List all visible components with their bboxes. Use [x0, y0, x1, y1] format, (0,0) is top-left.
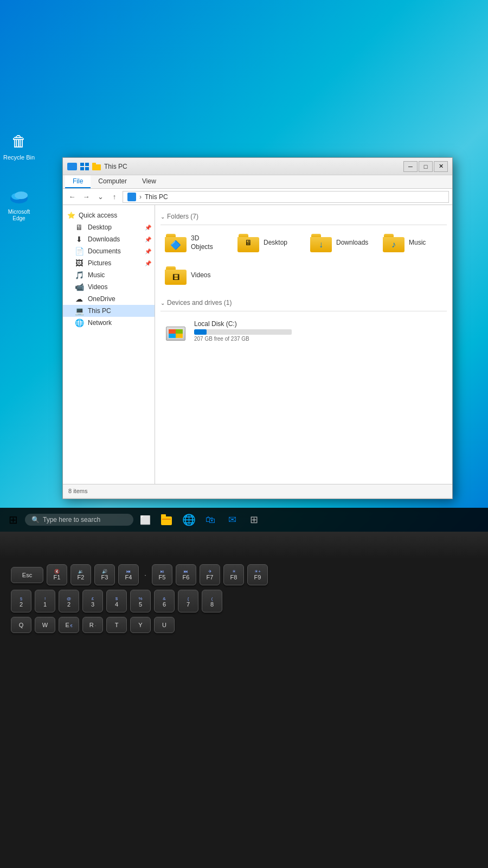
nav-pane: ⭐ Quick access 🖥 Desktop 📌 ⬇ Downloads 📌…	[63, 205, 155, 484]
main-content: ⌄ Folders (7) 🔷 3D Objects	[155, 205, 452, 484]
key-5[interactable]: %5	[130, 590, 151, 612]
svg-rect-5	[80, 167, 84, 170]
network-nav-icon: 🌐	[75, 318, 84, 327]
recycle-bin-icon[interactable]: 🗑 Recycle Bin	[0, 130, 38, 161]
ribbon: File Computer View	[63, 175, 452, 189]
nav-item-documents[interactable]: 📄 Documents 📌	[63, 245, 155, 257]
folder-icon-videos: 🎞	[165, 266, 187, 285]
music-nav-icon: 🎵	[75, 271, 84, 279]
nav-item-network[interactable]: 🌐 Network	[63, 317, 155, 329]
taskbar: ⊞ 🔍 Type here to search ⬜ 🌐 🛍 ✉ ⊞	[0, 508, 488, 532]
folder-videos[interactable]: 🎞 Videos	[160, 263, 226, 288]
key-4[interactable]: $4	[106, 590, 127, 612]
nav-item-this-pc[interactable]: 💻 This PC	[63, 305, 155, 317]
window-icon	[67, 163, 77, 170]
key-f3[interactable]: 🔊F3	[94, 564, 115, 585]
apps-taskbar-btn[interactable]: ⊞	[244, 510, 264, 529]
key-w[interactable]: W	[35, 617, 55, 633]
address-path[interactable]: › This PC	[123, 191, 449, 203]
folder-music[interactable]: ♪ Music	[378, 231, 444, 256]
key-u[interactable]: U	[154, 617, 175, 633]
svg-rect-9	[161, 516, 172, 525]
minimize-button[interactable]: ─	[403, 161, 418, 172]
back-button[interactable]: ←	[66, 191, 78, 203]
up-button[interactable]: ↑	[108, 191, 120, 203]
quick-access-icon	[80, 163, 89, 170]
key-f7[interactable]: ✈F7	[200, 564, 220, 585]
key-6[interactable]: &6	[154, 590, 175, 612]
documents-nav-icon: 📄	[75, 247, 84, 256]
svg-rect-3	[80, 163, 84, 166]
key-q[interactable]: Q	[11, 617, 31, 633]
search-box[interactable]: 🔍 Type here to search	[25, 514, 133, 526]
key-f9[interactable]: ☀+F9	[247, 564, 268, 585]
svg-rect-8	[92, 163, 96, 165]
nav-item-music[interactable]: 🎵 Music	[63, 269, 155, 281]
key-tilde[interactable]: §2	[11, 590, 31, 612]
key-y[interactable]: Y	[130, 617, 151, 633]
folder-icon-downloads: ↓	[310, 234, 332, 252]
key-e[interactable]: E €	[59, 617, 79, 633]
key-f6[interactable]: ⏭F6	[176, 564, 196, 585]
drive-bar-fill	[194, 329, 207, 335]
key-7[interactable]: {7	[178, 590, 198, 612]
folders-section-header[interactable]: ⌄ Folders (7)	[160, 210, 447, 225]
start-button[interactable]: ⊞	[3, 510, 23, 529]
key-f4[interactable]: ⏮F4	[118, 564, 139, 585]
pc-icon	[127, 193, 136, 201]
key-r[interactable]: R ·	[82, 617, 103, 633]
search-icon: 🔍	[31, 516, 40, 524]
search-placeholder: Type here to search	[43, 516, 100, 524]
onedrive-icon[interactable]: MicrosoftEdge	[0, 184, 38, 221]
key-f1[interactable]: 🔇F1	[47, 564, 67, 585]
title-bar: This PC ─ □ ✕	[63, 158, 452, 175]
qwerty-row: Q W E € R · T Y U	[11, 617, 477, 633]
store-taskbar-btn[interactable]: 🛍	[201, 510, 220, 529]
maximize-button[interactable]: □	[419, 161, 433, 172]
folder-icon-desktop: 🖥	[237, 234, 259, 252]
key-f2[interactable]: 🔉F2	[70, 564, 91, 585]
nav-item-downloads[interactable]: ⬇ Downloads 📌	[63, 233, 155, 245]
desktop-nav-icon: 🖥	[75, 223, 84, 232]
mail-taskbar-btn[interactable]: ✉	[222, 510, 242, 529]
svg-rect-4	[85, 163, 89, 166]
content-area: ⭐ Quick access 🖥 Desktop 📌 ⬇ Downloads 📌…	[63, 205, 452, 484]
nav-item-pictures[interactable]: 🖼 Pictures 📌	[63, 257, 155, 269]
explorer-window: This PC ─ □ ✕ File Computer View ← → ⌄ ↑…	[62, 157, 453, 499]
forward-button[interactable]: →	[80, 191, 92, 203]
status-bar: 8 items	[63, 484, 452, 497]
key-f5[interactable]: ⏯F5	[152, 564, 172, 585]
folder-downloads[interactable]: ↓ Downloads	[306, 231, 371, 256]
nav-item-desktop[interactable]: 🖥 Desktop 📌	[63, 221, 155, 233]
nav-item-videos[interactable]: 📹 Videos	[63, 281, 155, 293]
key-3[interactable]: £3	[82, 590, 103, 612]
address-bar: ← → ⌄ ↑ › This PC	[63, 189, 452, 205]
key-1[interactable]: !1	[35, 590, 55, 612]
nav-item-onedrive[interactable]: ☁ OneDrive	[63, 293, 155, 305]
key-8[interactable]: (8	[202, 590, 222, 612]
task-view-button[interactable]: ⬜	[136, 510, 155, 529]
quick-access-header[interactable]: ⭐ Quick access	[63, 209, 155, 221]
file-explorer-taskbar-btn[interactable]	[157, 510, 177, 529]
key-2[interactable]: @2	[59, 590, 79, 612]
recent-button[interactable]: ⌄	[94, 191, 106, 203]
drive-bar-bg	[194, 329, 292, 335]
close-button[interactable]: ✕	[434, 161, 448, 172]
keyboard-top-bar	[0, 532, 488, 559]
drive-c[interactable]: Local Disk (C:) 207 GB free of 237 GB	[160, 317, 312, 345]
devices-section-header[interactable]: ⌄ Devices and drives (1)	[160, 297, 447, 311]
folder-3d-objects[interactable]: 🔷 3D Objects	[160, 231, 226, 256]
key-t[interactable]: T	[106, 617, 127, 633]
this-pc-nav-icon: 💻	[75, 307, 84, 315]
tab-file[interactable]: File	[65, 175, 91, 188]
edge-taskbar-btn[interactable]: 🌐	[179, 510, 198, 529]
svg-rect-10	[161, 514, 166, 518]
tab-computer[interactable]: Computer	[91, 175, 134, 188]
devices-section: ⌄ Devices and drives (1)	[160, 297, 447, 345]
key-esc[interactable]: Esc	[11, 567, 43, 583]
tab-view[interactable]: View	[134, 175, 164, 188]
svg-rect-11	[162, 519, 171, 520]
keyboard: Esc 🔇F1 🔉F2 🔊F3 ⏮F4 · ⏯F5 ⏭F6 ✈F7 ☀F8 ☀+…	[0, 532, 488, 868]
folder-desktop[interactable]: 🖥 Desktop	[233, 231, 298, 256]
key-f8[interactable]: ☀F8	[223, 564, 244, 585]
